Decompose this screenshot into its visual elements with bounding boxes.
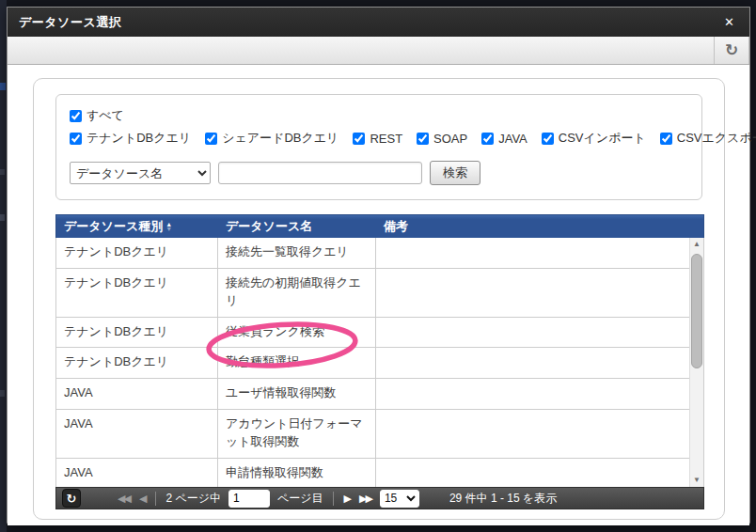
cell-type[interactable]: テナントDBクエリ (56, 238, 218, 268)
background-page-sliver (0, 169, 5, 175)
scroll-down-icon[interactable]: ▼ (690, 474, 703, 487)
cell-note[interactable] (376, 379, 703, 409)
cell-type[interactable]: テナントDBクエリ (56, 269, 218, 317)
filter-all-line: すべて (70, 107, 688, 124)
dialog-titlebar: データソース選択 ✕ (8, 8, 749, 37)
cell-name[interactable]: 従業員ランク検索 (218, 318, 376, 348)
filter-type-checkbox[interactable] (205, 133, 217, 145)
cell-name[interactable]: 勤怠種類選択 (218, 348, 376, 378)
table-row[interactable]: テナントDBクエリ 接続先の初期値取得クエリ (56, 269, 703, 318)
page-number-input[interactable] (228, 490, 270, 508)
refresh-button[interactable]: ↻ (714, 37, 749, 64)
filter-type-label: REST (370, 132, 402, 146)
vertical-scrollbar[interactable]: ▲ ▼ (689, 238, 703, 487)
cell-name[interactable]: 接続先の初期値取得クエリ (218, 269, 376, 317)
filter-type-item[interactable]: シェアードDBクエリ (205, 130, 339, 147)
filter-type-checkbox[interactable] (660, 133, 672, 145)
filter-type-item[interactable]: REST (353, 132, 402, 146)
column-header-note[interactable]: 備考 (376, 215, 703, 238)
filter-type-label: CSVエクスポート (677, 130, 756, 147)
cell-type[interactable]: JAVA (56, 410, 218, 458)
search-row: データソース名 検索 (70, 161, 688, 185)
filter-all-label: すべて (87, 107, 124, 124)
cell-name[interactable]: 接続先一覧取得クエリ (218, 238, 376, 268)
pagination-bar: ↻ ◀◀ ◀ 2 ページ中 ページ目 ▶ ▶▶ 15 (55, 487, 704, 509)
cell-note[interactable] (376, 269, 703, 317)
cell-note[interactable] (376, 238, 703, 268)
pager-refresh-icon: ↻ (67, 492, 77, 506)
search-input[interactable] (218, 162, 422, 184)
close-icon[interactable]: ✕ (720, 13, 738, 31)
filter-types-line: テナントDBクエリ シェアードDBクエリ REST SOAP JAVA (70, 130, 688, 147)
filter-type-item[interactable]: SOAP (417, 132, 467, 146)
filter-all-checkbox[interactable] (70, 110, 82, 122)
pager-nav: ◀◀ ◀ (113, 493, 150, 505)
cell-note[interactable] (376, 410, 703, 458)
filter-box: すべて テナントDBクエリ シェアードDBクエリ REST (55, 94, 702, 200)
pager-divider (333, 492, 334, 506)
dialog-content: すべて テナントDBクエリ シェアードDBクエリ REST (8, 65, 749, 525)
dialog-toolbar: ↻ (8, 37, 749, 65)
table-row[interactable]: テナントDBクエリ 従業員ランク検索 (56, 318, 703, 349)
cell-type[interactable]: JAVA (56, 379, 218, 409)
prev-page-icon[interactable]: ◀ (139, 493, 145, 505)
background-page-sliver (0, 214, 5, 221)
search-field-select[interactable]: データソース名 (70, 162, 211, 184)
filter-type-label: SOAP (433, 132, 467, 146)
filter-type-checkbox[interactable] (542, 133, 554, 145)
next-page-icon[interactable]: ▶ (344, 493, 350, 505)
search-button[interactable]: 検索 (430, 161, 480, 185)
cell-note[interactable] (376, 318, 703, 348)
cell-note[interactable] (376, 459, 703, 487)
cell-name[interactable]: ユーザ情報取得関数 (218, 379, 376, 409)
first-page-icon[interactable]: ◀◀ (118, 493, 130, 505)
pager-refresh-button[interactable]: ↻ (62, 489, 81, 508)
cell-type[interactable]: JAVA (56, 459, 218, 487)
background-page-sliver (0, 0, 7, 532)
table-row[interactable]: テナントDBクエリ 勤怠種類選択 (56, 348, 703, 379)
cell-name[interactable]: 申請情報取得関数 (218, 459, 376, 487)
refresh-icon: ↻ (725, 40, 738, 60)
page-count-label: 2 ページ中 (165, 491, 221, 507)
column-header-name[interactable]: データソース名 (218, 215, 376, 238)
table-row[interactable]: JAVA アカウント日付フォーマット取得関数 (56, 410, 703, 459)
filter-type-checkbox[interactable] (353, 133, 365, 145)
filter-type-item[interactable]: JAVA (481, 132, 528, 146)
sort-icon[interactable]: ▲ ▼ (165, 222, 172, 231)
table-row[interactable]: JAVA 申請情報取得関数 (56, 459, 703, 487)
scroll-up-icon[interactable]: ▲ (690, 238, 703, 251)
filter-type-checkbox[interactable] (481, 133, 494, 145)
filter-type-label: シェアードDBクエリ (222, 130, 339, 147)
page-suffix-label: ページ目 (277, 491, 323, 507)
filter-type-item[interactable]: テナントDBクエリ (70, 130, 191, 147)
background-page-sliver (0, 83, 6, 90)
background-page-sliver (0, 390, 5, 397)
datasource-panel: すべて テナントDBクエリ シェアードDBクエリ REST (33, 78, 725, 520)
column-header-type[interactable]: データソース種別 ▲ ▼ (56, 215, 218, 238)
cell-type[interactable]: テナントDBクエリ (56, 318, 218, 348)
datasource-table: データソース種別 ▲ ▼ データソース名 備考 (55, 214, 704, 509)
scrollbar-thumb[interactable] (691, 254, 702, 368)
filter-type-item[interactable]: CSVインポート (542, 130, 646, 147)
filter-type-label: テナントDBクエリ (87, 130, 191, 147)
filter-type-checkbox[interactable] (70, 133, 82, 145)
table-row[interactable]: テナントDBクエリ 接続先一覧取得クエリ (56, 238, 703, 269)
cell-name[interactable]: アカウント日付フォーマット取得関数 (218, 410, 376, 458)
filter-type-item[interactable]: CSVエクスポート (660, 130, 756, 147)
datasource-select-dialog: データソース選択 ✕ ↻ すべて テナントDBクエリ (7, 7, 750, 525)
table-header: データソース種別 ▲ ▼ データソース名 備考 (55, 214, 704, 238)
last-page-icon[interactable]: ▶▶ (359, 493, 371, 505)
filter-all-item[interactable]: すべて (70, 107, 124, 124)
result-summary: 29 件中 1 - 15 を表示 (449, 491, 557, 507)
filter-type-checkbox[interactable] (417, 133, 429, 145)
table-body: テナントDBクエリ 接続先一覧取得クエリ テナントDBクエリ 接続先の初期値取得… (55, 238, 704, 487)
table-row[interactable]: JAVA ユーザ情報取得関数 (56, 379, 703, 410)
cell-type[interactable]: テナントDBクエリ (56, 348, 218, 378)
filter-type-label: CSVインポート (559, 130, 646, 147)
cell-note[interactable] (376, 348, 703, 378)
pager-divider (155, 492, 156, 506)
page-size-select[interactable]: 15 (380, 490, 419, 508)
filter-type-label: JAVA (498, 132, 528, 146)
dialog-title: データソース選択 (19, 14, 720, 31)
